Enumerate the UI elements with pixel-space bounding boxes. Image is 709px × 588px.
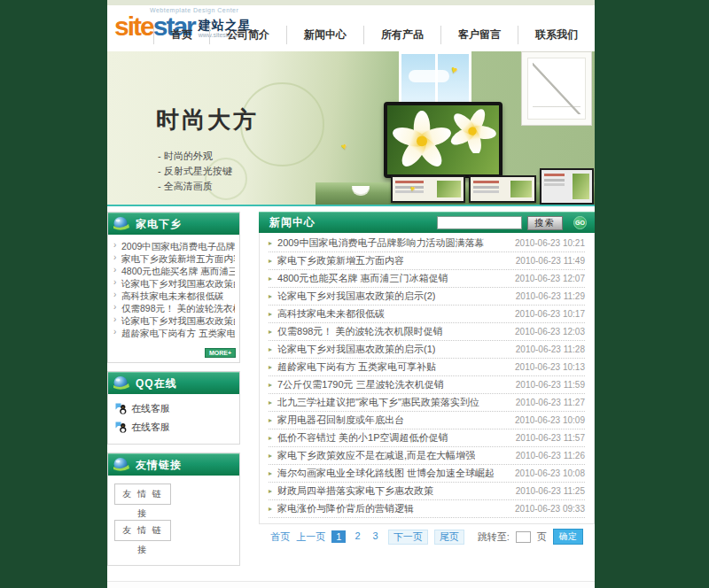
bullet-icon: ▸ — [269, 257, 272, 265]
news-link[interactable]: 海尔勾画家电业全球化路线图 世博会加速全球崛起 — [277, 467, 495, 480]
news-row: ▸ 4800元也能买名牌 惠而浦三门冰箱促销 2010-06-23 12:07 — [269, 270, 585, 288]
jump-confirm-button[interactable]: 确定 — [553, 529, 583, 545]
bullet-icon: ▸ — [269, 505, 272, 513]
news-link[interactable]: 超龄家电下岗有方 五类家电可享补贴 — [277, 360, 436, 374]
sidebar-news-header: 家电下乡 — [108, 213, 239, 235]
sidebar-news-item[interactable]: 仅需898元！ 美的波轮洗衣机... — [113, 302, 235, 314]
banner-picture-frame — [521, 51, 592, 126]
news-row: ▸ 论家电下乡对我国惠农政策的启示(2) 2010-06-23 11:29 — [269, 288, 585, 306]
search-button[interactable]: 搜索 — [527, 216, 563, 230]
sidebar-links-box: 友情链接 友 情 链 接 友 情 链 接 — [107, 453, 240, 566]
news-row: ▸ 超龄家电下岗有方 五类家电可享补贴 2010-06-23 10:13 — [269, 359, 585, 376]
footer: Copyright © 2009-2011,www.yourname.com,A… — [107, 581, 595, 588]
nav-item[interactable]: 首页 — [153, 26, 209, 44]
bullet-icon: ▸ — [269, 310, 272, 318]
bullet-icon: ▸ — [269, 345, 272, 353]
news-link[interactable]: 7公斤仅需1790元 三星波轮洗衣机促销 — [277, 378, 444, 391]
news-link[interactable]: 2009中国家电消费电子品牌影响力活动圆满落幕 — [277, 236, 484, 250]
news-row: ▸ 7公斤仅需1790元 三星波轮洗衣机促销 2010-06-23 11:59 — [269, 376, 585, 394]
news-link[interactable]: 低价不容错过 美的小1P空调超低价促销 — [277, 431, 448, 445]
news-date: 2010-06-23 12:07 — [508, 274, 585, 283]
news-date: 2010-06-23 11:29 — [509, 291, 585, 301]
banner-feature: - 反射式星光按键 — [158, 164, 232, 179]
news-link[interactable]: 家电下乡政策新增五方面内容 — [277, 254, 404, 267]
jump-unit: 页 — [537, 530, 547, 544]
qq-service-item[interactable]: 在线客服 — [115, 418, 232, 437]
sidebar-news-item[interactable]: 超龄家电下岗有方 五类家电可享... — [113, 327, 235, 339]
sidebar-news-item[interactable]: 4800元也能买名牌 惠而浦三... — [113, 265, 235, 277]
qq-service-label: 在线客服 — [131, 421, 170, 434]
news-date: 2010-06-23 11:49 — [509, 256, 585, 266]
news-date: 2010-06-23 11:57 — [509, 433, 585, 443]
banner-small-tv — [391, 175, 465, 203]
flower-graphic — [448, 107, 497, 153]
news-row: ▸ 家电涨价与降价背后的营销逻辑 2010-06-23 09:33 — [269, 500, 585, 518]
sidebar-news-item[interactable]: 论家电下乡对我国惠农政策的启示... — [113, 277, 235, 290]
sidebar-news-list: 2009中国家电消费电子品牌影... 家电下乡政策新增五方面内容 4800元也能… — [108, 235, 239, 341]
sidebar-qq-title: QQ在线 — [136, 376, 177, 391]
heart-petal-icon: ♥ — [340, 141, 347, 151]
nav-item[interactable]: 新闻中心 — [286, 26, 363, 44]
qq-service-item[interactable]: 在线客服 — [115, 399, 232, 418]
bullet-icon: ▸ — [269, 398, 272, 406]
header: Webtemplate Design Center sitestar 建站之星 … — [107, 0, 595, 51]
banner-feature-list: - 时尚的外观 - 反射式星光按键 - 全高清画质 — [158, 149, 232, 194]
news-link[interactable]: 论家电下乡对我国惠农政策的启示(2) — [277, 290, 435, 303]
sidebar: 家电下乡 2009中国家电消费电子品牌影... 家电下乡政策新增五方面内容 48… — [107, 212, 240, 574]
page-number[interactable]: 3 — [370, 530, 382, 543]
news-date: 2010-06-23 10:17 — [508, 309, 585, 319]
news-row: ▸ 海尔勾画家电业全球化路线图 世博会加速全球崛起 2010-06-23 10:… — [269, 465, 585, 483]
tv-screen-flower-image — [387, 105, 499, 174]
news-link[interactable]: 4800元也能买名牌 惠而浦三门冰箱促销 — [277, 272, 448, 285]
globe-icon — [113, 216, 130, 232]
sidebar-news-item[interactable]: 家电下乡政策新增五方面内容 — [113, 252, 235, 265]
news-link[interactable]: 家用电器召回制度或年底出台 — [277, 414, 404, 427]
bullet-icon: ▸ — [269, 275, 272, 282]
bullet-icon: ▸ — [269, 292, 272, 300]
news-link[interactable]: 财政局四举措落实家电下乡惠农政策 — [277, 484, 433, 498]
qq-service-label: 在线客服 — [131, 402, 170, 415]
sidebar-news-item[interactable]: 高科技家电未来都很低碳 — [113, 290, 235, 302]
nav-item[interactable]: 公司简介 — [209, 26, 286, 44]
news-link[interactable]: 仅需898元！ 美的波轮洗衣机限时促销 — [277, 325, 442, 338]
friend-link[interactable]: 友 情 链 接 — [114, 484, 171, 505]
sidebar-news-item[interactable]: 2009中国家电消费电子品牌影... — [113, 240, 235, 252]
news-panel: 新闻中心 搜索 GO ▸ 2009中国家电消费电子品牌影响力活动圆满落幕 201… — [259, 212, 595, 574]
banner-small-tv — [469, 175, 536, 203]
news-row: ▸ 高科技家电未来都很低碳 2010-06-23 10:17 — [269, 306, 585, 323]
more-button[interactable]: MORE+ — [205, 348, 236, 358]
news-date: 2010-06-23 10:08 — [508, 468, 585, 478]
main-area: 家电下乡 2009中国家电消费电子品牌影... 家电下乡政策新增五方面内容 48… — [107, 212, 595, 574]
pagination-next[interactable]: 下一页 — [388, 530, 428, 545]
news-link[interactable]: 家电下乡政策效应不是在减退,而是在大幅增强 — [277, 449, 475, 462]
pagination-prev[interactable]: 上一页 — [296, 530, 325, 544]
news-panel-title: 新闻中心 — [269, 215, 316, 230]
bullet-icon: ▸ — [269, 239, 272, 247]
bullet-icon: ▸ — [269, 469, 272, 477]
bullet-icon: ▸ — [269, 363, 272, 371]
go-button[interactable]: GO — [573, 216, 587, 229]
jump-label: 跳转至: — [478, 530, 510, 544]
jump-page-input[interactable] — [516, 531, 531, 543]
search-input[interactable] — [437, 216, 522, 229]
page-number[interactable]: 2 — [351, 530, 363, 543]
main-nav: 首页 公司简介 新闻中心 所有产品 客户留言 联系我们 — [153, 26, 595, 44]
friend-link[interactable]: 友 情 链 接 — [114, 520, 171, 541]
news-link[interactable]: 家电涨价与降价背后的营销逻辑 — [277, 502, 414, 515]
news-link[interactable]: 论家电下乡对我国惠农政策的启示(1) — [277, 343, 435, 356]
nav-item[interactable]: 客户留言 — [440, 26, 518, 44]
news-link[interactable]: 高科技家电未来都很低碳 — [277, 307, 385, 321]
nav-item[interactable]: 所有产品 — [363, 26, 440, 44]
sidebar-news-item[interactable]: 论家电下乡对我国惠农政策的启示... — [113, 314, 235, 327]
pagination-first[interactable]: 首页 — [270, 530, 290, 544]
nav-item[interactable]: 联系我们 — [518, 26, 595, 44]
news-date: 2010-06-23 10:21 — [508, 238, 585, 248]
flower-graphic — [391, 111, 453, 169]
news-date: 2010-06-23 11:26 — [509, 451, 585, 460]
pagination-last[interactable]: 尾页 — [434, 530, 464, 545]
banner-tv — [384, 102, 503, 178]
page-number[interactable]: 1 — [331, 530, 346, 543]
banner-feature: - 时尚的外观 — [158, 149, 232, 164]
news-row: ▸ 家用电器召回制度或年底出台 2010-06-23 10:09 — [269, 412, 585, 429]
news-link[interactable]: 北九三学社建议把"家电下乡"惠民政策落实到位 — [277, 396, 479, 409]
